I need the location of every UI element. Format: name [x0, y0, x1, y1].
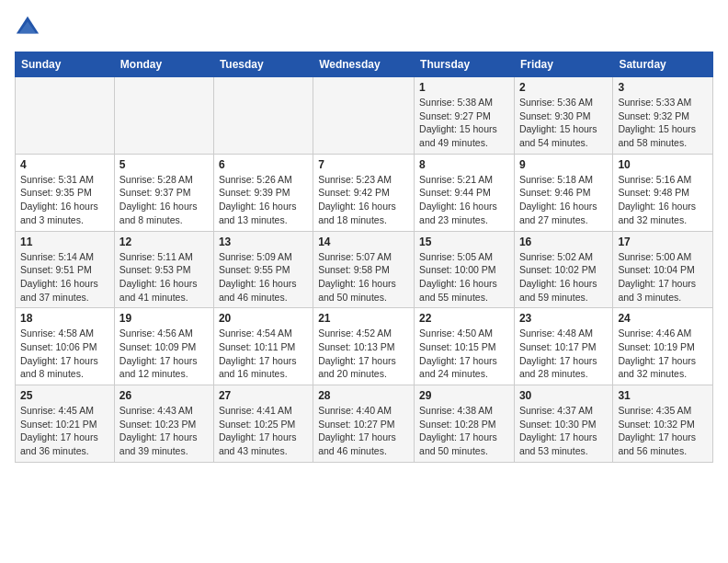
day-number: 27: [219, 389, 308, 402]
day-header-friday: Friday: [514, 52, 612, 77]
day-number: 14: [318, 236, 409, 248]
day-number: 22: [419, 312, 509, 325]
calendar-cell: 7Sunrise: 5:23 AM Sunset: 9:42 PM Daylig…: [313, 154, 415, 231]
day-info: Sunrise: 4:40 AM Sunset: 10:27 PM Daylig…: [318, 404, 409, 458]
day-number: 25: [20, 389, 109, 402]
day-info: Sunrise: 4:43 AM Sunset: 10:23 PM Daylig…: [119, 404, 209, 458]
calendar-cell: 3Sunrise: 5:33 AM Sunset: 9:32 PM Daylig…: [613, 77, 713, 155]
day-number: 20: [219, 312, 308, 325]
day-header-tuesday: Tuesday: [213, 52, 313, 77]
day-number: 5: [119, 158, 209, 171]
calendar-cell: 15Sunrise: 5:05 AM Sunset: 10:00 PM Dayl…: [415, 231, 515, 308]
day-info: Sunrise: 4:41 AM Sunset: 10:25 PM Daylig…: [219, 404, 308, 458]
day-headers-row: SundayMondayTuesdayWednesdayThursdayFrid…: [16, 52, 713, 77]
calendar-cell: 13Sunrise: 5:09 AM Sunset: 9:55 PM Dayli…: [213, 231, 313, 308]
day-info: Sunrise: 5:21 AM Sunset: 9:44 PM Dayligh…: [419, 173, 509, 227]
day-info: Sunrise: 5:14 AM Sunset: 9:51 PM Dayligh…: [20, 250, 109, 304]
day-number: 8: [419, 158, 509, 171]
day-number: 21: [318, 312, 409, 325]
calendar-cell: 6Sunrise: 5:26 AM Sunset: 9:39 PM Daylig…: [213, 154, 313, 231]
calendar-cell: [16, 77, 115, 155]
calendar-cell: 27Sunrise: 4:41 AM Sunset: 10:25 PM Dayl…: [213, 385, 313, 463]
day-number: 13: [219, 236, 308, 248]
day-number: 28: [318, 389, 409, 402]
calendar-cell: 19Sunrise: 4:56 AM Sunset: 10:09 PM Dayl…: [114, 308, 213, 385]
calendar-cell: 4Sunrise: 5:31 AM Sunset: 9:35 PM Daylig…: [16, 154, 115, 231]
day-number: 1: [419, 81, 509, 94]
calendar-cell: 30Sunrise: 4:37 AM Sunset: 10:30 PM Dayl…: [514, 385, 612, 463]
calendar-cell: 1Sunrise: 5:38 AM Sunset: 9:27 PM Daylig…: [415, 77, 515, 155]
calendar-cell: 5Sunrise: 5:28 AM Sunset: 9:37 PM Daylig…: [114, 154, 213, 231]
calendar-cell: 22Sunrise: 4:50 AM Sunset: 10:15 PM Dayl…: [415, 308, 515, 385]
day-info: Sunrise: 4:54 AM Sunset: 10:11 PM Daylig…: [219, 327, 308, 381]
day-info: Sunrise: 5:38 AM Sunset: 9:27 PM Dayligh…: [419, 96, 509, 150]
calendar-cell: 25Sunrise: 4:45 AM Sunset: 10:21 PM Dayl…: [16, 385, 115, 463]
day-info: Sunrise: 5:33 AM Sunset: 9:32 PM Dayligh…: [618, 96, 708, 150]
day-number: 29: [419, 389, 509, 402]
calendar-cell: [213, 77, 313, 155]
calendar-cell: 2Sunrise: 5:36 AM Sunset: 9:30 PM Daylig…: [514, 77, 612, 155]
day-number: 23: [519, 312, 608, 325]
day-number: 2: [519, 81, 608, 94]
day-number: 11: [20, 236, 109, 248]
calendar-week-2: 4Sunrise: 5:31 AM Sunset: 9:35 PM Daylig…: [16, 154, 713, 231]
day-header-saturday: Saturday: [613, 52, 713, 77]
day-number: 10: [618, 158, 708, 171]
day-info: Sunrise: 5:00 AM Sunset: 10:04 PM Daylig…: [618, 250, 708, 304]
calendar-cell: 28Sunrise: 4:40 AM Sunset: 10:27 PM Dayl…: [313, 385, 415, 463]
day-number: 4: [20, 158, 109, 171]
day-number: 7: [318, 158, 409, 171]
day-info: Sunrise: 4:48 AM Sunset: 10:17 PM Daylig…: [519, 327, 608, 381]
day-header-thursday: Thursday: [415, 52, 515, 77]
day-info: Sunrise: 5:36 AM Sunset: 9:30 PM Dayligh…: [519, 96, 608, 150]
day-number: 15: [419, 236, 509, 248]
day-info: Sunrise: 5:02 AM Sunset: 10:02 PM Daylig…: [519, 250, 608, 304]
calendar-cell: 18Sunrise: 4:58 AM Sunset: 10:06 PM Dayl…: [16, 308, 115, 385]
calendar-cell: 10Sunrise: 5:16 AM Sunset: 9:48 PM Dayli…: [613, 154, 713, 231]
calendar-cell: 24Sunrise: 4:46 AM Sunset: 10:19 PM Dayl…: [613, 308, 713, 385]
calendar-cell: 17Sunrise: 5:00 AM Sunset: 10:04 PM Dayl…: [613, 231, 713, 308]
day-number: 30: [519, 389, 608, 402]
calendar-cell: [114, 77, 213, 155]
calendar-cell: 29Sunrise: 4:38 AM Sunset: 10:28 PM Dayl…: [415, 385, 515, 463]
day-info: Sunrise: 4:46 AM Sunset: 10:19 PM Daylig…: [618, 327, 708, 381]
day-number: 9: [519, 158, 608, 171]
day-number: 18: [20, 312, 109, 325]
calendar-week-4: 18Sunrise: 4:58 AM Sunset: 10:06 PM Dayl…: [16, 308, 713, 385]
day-info: Sunrise: 5:09 AM Sunset: 9:55 PM Dayligh…: [219, 250, 308, 304]
page-header: [15, 15, 713, 40]
day-info: Sunrise: 5:05 AM Sunset: 10:00 PM Daylig…: [419, 250, 509, 304]
calendar-cell: 31Sunrise: 4:35 AM Sunset: 10:32 PM Dayl…: [613, 385, 713, 463]
calendar-cell: 12Sunrise: 5:11 AM Sunset: 9:53 PM Dayli…: [114, 231, 213, 308]
day-header-wednesday: Wednesday: [313, 52, 415, 77]
day-number: 17: [618, 236, 708, 248]
calendar-week-5: 25Sunrise: 4:45 AM Sunset: 10:21 PM Dayl…: [16, 385, 713, 463]
logo: [15, 15, 44, 40]
calendar-cell: 20Sunrise: 4:54 AM Sunset: 10:11 PM Dayl…: [213, 308, 313, 385]
day-header-sunday: Sunday: [16, 52, 115, 77]
calendar-cell: 14Sunrise: 5:07 AM Sunset: 9:58 PM Dayli…: [313, 231, 415, 308]
calendar-cell: 16Sunrise: 5:02 AM Sunset: 10:02 PM Dayl…: [514, 231, 612, 308]
day-number: 16: [519, 236, 608, 248]
day-number: 19: [119, 312, 209, 325]
calendar-week-1: 1Sunrise: 5:38 AM Sunset: 9:27 PM Daylig…: [16, 77, 713, 155]
day-info: Sunrise: 4:50 AM Sunset: 10:15 PM Daylig…: [419, 327, 509, 381]
calendar-cell: 26Sunrise: 4:43 AM Sunset: 10:23 PM Dayl…: [114, 385, 213, 463]
day-number: 12: [119, 236, 209, 248]
day-number: 31: [618, 389, 708, 402]
calendar-cell: 9Sunrise: 5:18 AM Sunset: 9:46 PM Daylig…: [514, 154, 612, 231]
logo-icon: [15, 15, 40, 40]
day-info: Sunrise: 4:45 AM Sunset: 10:21 PM Daylig…: [20, 404, 109, 458]
calendar-cell: 8Sunrise: 5:21 AM Sunset: 9:44 PM Daylig…: [415, 154, 515, 231]
day-header-monday: Monday: [114, 52, 213, 77]
day-info: Sunrise: 4:52 AM Sunset: 10:13 PM Daylig…: [318, 327, 409, 381]
day-info: Sunrise: 5:23 AM Sunset: 9:42 PM Dayligh…: [318, 173, 409, 227]
calendar-cell: [313, 77, 415, 155]
day-info: Sunrise: 5:26 AM Sunset: 9:39 PM Dayligh…: [219, 173, 308, 227]
day-info: Sunrise: 4:56 AM Sunset: 10:09 PM Daylig…: [119, 327, 209, 381]
day-number: 6: [219, 158, 308, 171]
day-info: Sunrise: 4:35 AM Sunset: 10:32 PM Daylig…: [618, 404, 708, 458]
day-info: Sunrise: 5:16 AM Sunset: 9:48 PM Dayligh…: [618, 173, 708, 227]
day-info: Sunrise: 5:11 AM Sunset: 9:53 PM Dayligh…: [119, 250, 209, 304]
day-info: Sunrise: 5:31 AM Sunset: 9:35 PM Dayligh…: [20, 173, 109, 227]
